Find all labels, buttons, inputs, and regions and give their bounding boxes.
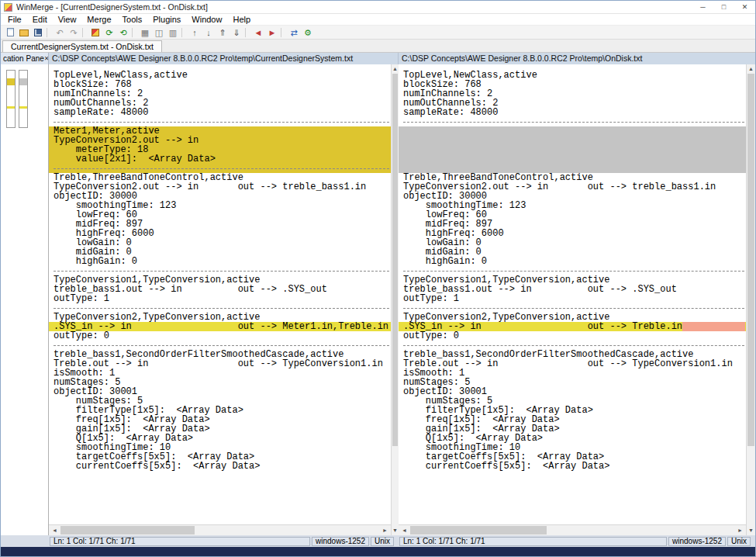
code-line: highGain: 0 (399, 257, 746, 266)
left-encoding-badge[interactable]: windows-1252 (312, 537, 369, 546)
toolbar-separator (245, 28, 249, 37)
left-status-group: Ln: 1 Col: 1/71 Ch: 1/71 windows-1252 Un… (49, 535, 399, 547)
scroll-left-icon[interactable]: ◄ (49, 525, 60, 535)
code-line: outType: 0 (399, 331, 746, 341)
right-vscroll-track[interactable] (747, 446, 755, 526)
scroll-down-icon[interactable]: ▼ (747, 526, 755, 535)
left-file-content: TopLevel,NewClass,activeblockSize: 768nu… (49, 64, 391, 524)
menu-plugins[interactable]: Plugins (147, 14, 186, 25)
redo-button[interactable]: ↷ (67, 26, 81, 38)
tab-current-comparison[interactable]: CurrentDesignerSystem.txt - OnDisk.txt (2, 40, 162, 52)
options-button[interactable] (88, 26, 102, 38)
toolbar-separator (181, 28, 185, 37)
toolbar-separator (82, 28, 86, 37)
right-encoding-badge[interactable]: windows-1252 (668, 537, 726, 546)
diff-map-segment (19, 78, 27, 85)
pane-headers: cation Pane ✕ C:\DSP Concepts\AWE Design… (1, 53, 755, 64)
scroll-left-icon[interactable]: ◄ (399, 525, 410, 535)
winmerge-window: WinMerge - [CurrentDesignerSystem.txt - … (0, 0, 756, 557)
location-pane[interactable] (1, 64, 49, 535)
toolbar-separator (281, 28, 285, 37)
right-vscroll-thumb[interactable] (747, 74, 754, 446)
right-file-pane[interactable]: TopLevel,NewClass,activeblockSize: 768nu… (399, 64, 746, 535)
menu-edit[interactable]: Edit (27, 14, 53, 25)
plugin-settings-button[interactable]: ⚙ (301, 26, 315, 38)
undo-button[interactable]: ↶ (53, 26, 67, 38)
right-file-path-header[interactable]: C:\DSP Concepts\AWE Designer 8.B.0.0.RC2… (399, 53, 755, 64)
close-button[interactable]: ✕ (734, 1, 755, 13)
left-file-path: C:\DSP Concepts\AWE Designer 8.B.0.0.RC2… (52, 54, 353, 63)
code-line: outType: 0 (49, 331, 391, 341)
auto-merge-button[interactable]: ⇄ (287, 26, 301, 38)
title-bar: WinMerge - [CurrentDesignerSystem.txt - … (1, 1, 755, 14)
code-line: value[2x1]: <Array Data> (49, 154, 391, 164)
open-button[interactable] (17, 26, 31, 38)
view-whitespace-button[interactable]: ▦ (138, 26, 152, 38)
left-vscroll-track[interactable] (392, 446, 399, 526)
menu-tools[interactable]: Tools (117, 14, 148, 25)
menu-help[interactable]: Help (227, 14, 256, 25)
refresh-button[interactable]: ⟳ (102, 26, 116, 38)
folder-icon (19, 29, 29, 36)
first-diff-button[interactable]: ⇑ (216, 26, 230, 38)
last-diff-button[interactable]: ⇓ (230, 26, 243, 38)
diff-map-segment (19, 71, 27, 78)
doc-icon (7, 28, 14, 36)
prev-diff-button[interactable]: ↑ (188, 26, 202, 38)
menu-view[interactable]: View (53, 14, 82, 25)
left-vertical-scrollbar[interactable]: ▲ ▼ (391, 64, 399, 535)
location-pane-header: cation Pane ✕ (1, 53, 49, 64)
right-file-diff-map[interactable] (19, 70, 28, 128)
menu-window[interactable]: Window (186, 14, 227, 25)
code-line: sampleRate: 48000 (49, 108, 391, 117)
next-diff-button[interactable]: ↓ (202, 26, 216, 38)
word-diff-removed-region (682, 322, 745, 331)
menu-file[interactable]: File (2, 14, 27, 25)
diff-pane-button[interactable]: ◫ (152, 26, 166, 38)
status-stub (1, 535, 49, 547)
scroll-up-icon[interactable]: ▲ (747, 64, 755, 74)
diff-map-segment (7, 85, 15, 106)
separator-line (399, 117, 746, 126)
right-hscroll-thumb[interactable] (410, 526, 547, 535)
left-file-path-header[interactable]: C:\DSP Concepts\AWE Designer 8.B.0.0.RC2… (49, 53, 399, 64)
new-file-button[interactable] (3, 26, 17, 38)
right-eol-badge[interactable]: Unix (727, 537, 751, 546)
left-eol-badge[interactable]: Unix (371, 537, 394, 546)
missing-line-filler (399, 126, 746, 136)
toolbar: ↶↷⟳⟲▦◫▥↑↓⇑⇓◄►⇄⚙ (1, 26, 755, 40)
diff-map-segment (7, 78, 15, 85)
right-vertical-scrollbar[interactable]: ▲ ▼ (746, 64, 755, 535)
location-pane-button[interactable]: ▥ (166, 26, 180, 38)
left-vscroll-thumb[interactable] (392, 74, 398, 446)
diff-map-segment (7, 71, 15, 78)
left-hscroll-thumb[interactable] (60, 526, 195, 535)
diff-map-segment (19, 85, 27, 106)
scroll-down-icon[interactable]: ▼ (392, 526, 399, 535)
scroll-up-icon[interactable]: ▲ (392, 64, 399, 74)
left-file-diff-map[interactable] (6, 70, 16, 128)
copy-right-button[interactable]: ► (265, 26, 279, 38)
maximize-button[interactable]: □ (713, 1, 734, 13)
code-line: sampleRate: 48000 (399, 108, 746, 117)
window-title: WinMerge - [CurrentDesignerSystem.txt - … (16, 2, 692, 12)
copy-left-button[interactable]: ◄ (251, 26, 265, 38)
minimize-button[interactable]: ─ (692, 1, 713, 13)
code-line: outType: 1 (399, 294, 746, 303)
tab-bar: CurrentDesignerSystem.txt - OnDisk.txt (1, 40, 755, 53)
scroll-right-icon[interactable]: ► (734, 525, 746, 535)
left-horizontal-scrollbar[interactable]: ◄ ► (49, 524, 391, 535)
left-hscroll-track[interactable] (60, 525, 379, 535)
save-button[interactable] (31, 26, 45, 38)
reload-plugins-button[interactable]: ⟲ (116, 26, 130, 38)
left-file-pane[interactable]: TopLevel,NewClass,activeblockSize: 768nu… (49, 64, 391, 535)
missing-line-filler (399, 145, 746, 154)
missing-line-filler (399, 136, 746, 145)
toolbar-separator (47, 28, 50, 37)
scroll-right-icon[interactable]: ► (379, 525, 391, 535)
right-hscroll-track[interactable] (410, 525, 734, 535)
right-cursor-position: Ln: 1 Col: 1/71 Ch: 1/71 (399, 537, 667, 546)
right-horizontal-scrollbar[interactable]: ◄ ► (399, 524, 746, 535)
menu-bar: FileEditViewMergeToolsPluginsWindowHelp (1, 14, 755, 26)
menu-merge[interactable]: Merge (81, 14, 116, 25)
